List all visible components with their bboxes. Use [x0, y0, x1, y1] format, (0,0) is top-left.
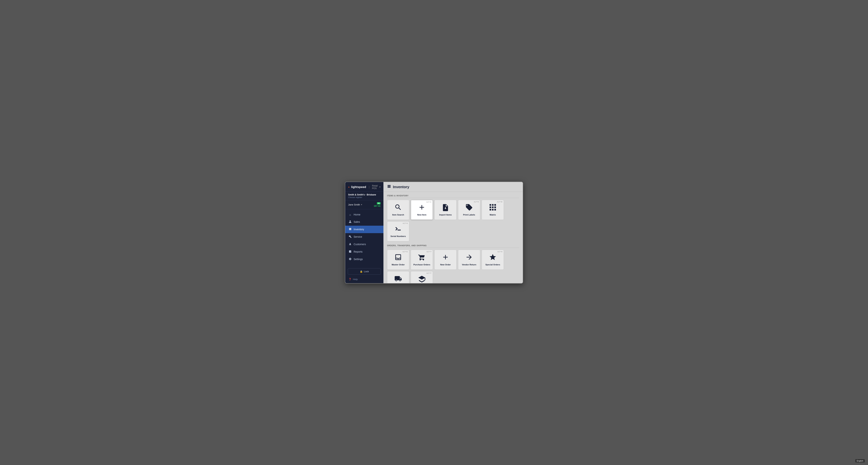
tile-item-search[interactable]: Item Search — [387, 200, 409, 220]
sidebar-user: Jane Smith ▾ IN 167:41 — [345, 200, 383, 209]
user-name: Jane Smith — [348, 203, 360, 206]
section-title-items: ITEMS & INVENTORY — [387, 195, 519, 198]
logo-caret: ▾ — [379, 186, 380, 188]
tile-master-order[interactable]: ALT+O Master Order — [387, 250, 409, 270]
tile-new-item-shortcut: ALT+3 — [426, 201, 431, 203]
lock-label: Lock — [364, 270, 369, 273]
lock-button[interactable]: 🔒 Lock — [348, 268, 381, 274]
svg-rect-2 — [492, 204, 494, 206]
tile-special-orders-label: Special Orders — [485, 263, 500, 266]
sidebar-item-home[interactable]: ⌂ Home — [345, 211, 383, 218]
user-info: Jane Smith ▾ — [348, 203, 362, 206]
tile-import-items[interactable]: Import Items — [434, 200, 457, 220]
tile-new-order-label: New Order — [440, 263, 451, 266]
svg-point-0 — [350, 243, 350, 244]
sidebar-item-label: Sales — [353, 221, 360, 223]
tile-special-orders[interactable]: ALT+8 Special Orders — [482, 250, 504, 270]
tile-purchase-orders-label: Purchase Orders — [413, 263, 430, 266]
status-badge: IN — [377, 202, 380, 204]
help-item[interactable]: ❓ Help — [345, 277, 383, 283]
transfers-icon — [418, 275, 426, 283]
main-sections: ITEMS & INVENTORY Item Search ALT+3 New … — [383, 192, 523, 283]
sidebar-nav: ⌂ Home Sales Inventory Service — [345, 209, 383, 267]
tile-matrix[interactable]: ALT+M Matrix — [482, 200, 504, 220]
sidebar-item-service[interactable]: Service — [345, 233, 383, 241]
svg-rect-3 — [494, 204, 496, 206]
main-content-area: Inventory ITEMS & INVENTORY Item Search … — [383, 182, 523, 283]
svg-rect-1 — [490, 204, 491, 206]
logo-icon — [348, 185, 350, 189]
tile-serial-numbers[interactable]: ALT+S Serial Numbers — [387, 221, 409, 241]
tile-item-search-label: Item Search — [392, 213, 404, 216]
reports-icon — [348, 250, 352, 254]
tile-print-labels[interactable]: ALT+9 Print Labels — [458, 200, 480, 220]
user-caret[interactable]: ▾ — [361, 203, 362, 206]
tile-import-items-label: Import Items — [439, 213, 452, 216]
home-icon: ⌂ — [348, 213, 352, 216]
sidebar-store: Smith & Smith's - Brisbane Choose regist… — [345, 192, 383, 200]
tile-purchase-orders[interactable]: ALT+7 Purchase Orders — [411, 250, 433, 270]
tag-icon — [465, 203, 473, 212]
svg-rect-6 — [494, 206, 496, 208]
sidebar-item-label: Inventory — [353, 228, 364, 231]
tile-serial-numbers-label: Serial Numbers — [391, 235, 406, 238]
tile-new-order[interactable]: New Order — [434, 250, 457, 270]
timer: 167:41 — [374, 205, 380, 207]
truck-icon — [394, 275, 402, 283]
store-name: Smith & Smith's - Brisbane — [348, 194, 380, 196]
sidebar-item-sales[interactable]: Sales — [345, 218, 383, 226]
svg-rect-4 — [490, 206, 491, 208]
inbox-icon — [394, 253, 402, 262]
sidebar: lightspeed | Retail POS ▾ Smith & Smith'… — [345, 182, 383, 283]
tile-new-item-label: New Item — [417, 213, 427, 216]
sidebar-item-label: Home — [353, 213, 360, 216]
tile-matrix-shortcut: ALT+M — [497, 201, 502, 203]
logo-divider: | — [369, 185, 369, 189]
help-label: Help — [353, 278, 358, 281]
sidebar-item-label: Service — [353, 235, 362, 238]
page-title: Inventory — [393, 185, 409, 189]
main-header: Inventory — [383, 182, 523, 192]
tile-vendor-return[interactable]: Vendor Return — [458, 250, 480, 270]
store-action[interactable]: Choose register — [348, 196, 380, 198]
sidebar-item-customers[interactable]: Customers — [345, 241, 383, 248]
star-icon — [489, 253, 497, 262]
cart-icon — [418, 253, 426, 262]
matrix-icon — [489, 203, 497, 212]
logo-text: lightspeed — [351, 185, 366, 189]
tile-special-orders-shortcut: ALT+8 — [497, 251, 502, 253]
tile-print-labels-label: Print Labels — [463, 213, 475, 216]
logo-pos: Retail POS — [372, 184, 378, 190]
user-status: IN 167:41 — [374, 202, 380, 207]
svg-rect-7 — [490, 209, 491, 210]
tile-transfers-shortcut: ALT+T — [426, 272, 431, 274]
new-order-plus-icon — [442, 253, 449, 262]
tile-purchase-orders-shortcut: ALT+7 — [426, 251, 431, 253]
section-title-orders: ORDERS, TRANSFERS, AND SHIPPING — [387, 244, 519, 248]
sales-icon — [348, 220, 352, 224]
tile-new-item[interactable]: ALT+3 New Item — [411, 200, 433, 220]
svg-rect-9 — [494, 209, 496, 210]
language-badge[interactable]: English — [855, 459, 865, 462]
terminal-icon — [394, 225, 402, 233]
sidebar-item-settings[interactable]: Settings — [345, 256, 383, 263]
new-item-plus-icon — [418, 203, 426, 212]
tile-serial-numbers-shortcut: ALT+S — [403, 223, 408, 224]
svg-rect-8 — [492, 209, 494, 210]
tile-print-labels-shortcut: ALT+9 — [474, 201, 479, 203]
tiles-orders-transfers: ALT+O Master Order ALT+7 Purchase Orders — [387, 250, 519, 283]
tile-vendor-return-label: Vendor Return — [462, 263, 476, 266]
tile-master-order-label: Master Order — [392, 263, 405, 266]
sidebar-item-label: Settings — [353, 258, 363, 261]
tile-matrix-label: Matrix — [490, 213, 496, 216]
tile-shipping[interactable]: Shipping — [387, 271, 409, 283]
import-icon — [442, 203, 449, 212]
tile-transfers[interactable]: ALT+T Transfers — [411, 271, 433, 283]
sidebar-item-reports[interactable]: Reports — [345, 248, 383, 256]
tile-master-order-shortcut: ALT+O — [402, 251, 408, 253]
svg-rect-5 — [492, 206, 494, 208]
service-icon — [348, 235, 352, 239]
sidebar-item-inventory[interactable]: Inventory — [345, 226, 383, 233]
app-window: lightspeed | Retail POS ▾ Smith & Smith'… — [345, 182, 523, 284]
search-icon — [394, 203, 402, 212]
